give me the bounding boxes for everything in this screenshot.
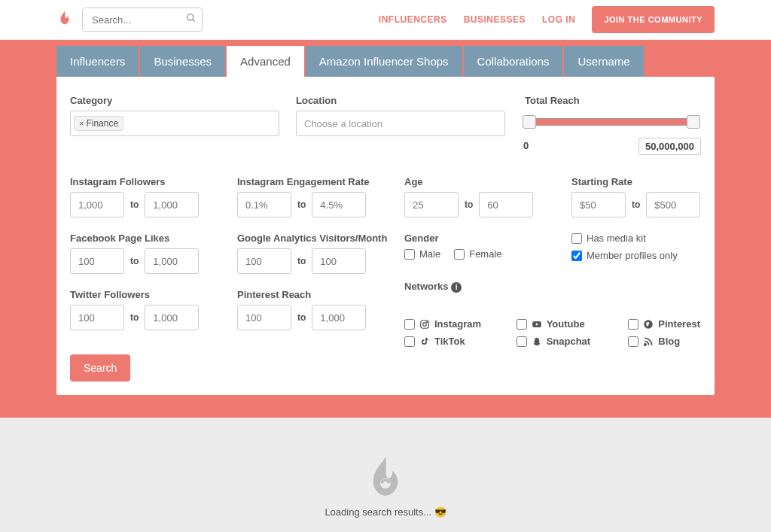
net-tt-checkbox[interactable]	[404, 336, 415, 347]
network-youtube[interactable]: Youtube	[517, 318, 618, 330]
gender-male-checkbox[interactable]	[404, 249, 415, 260]
loading-flame-icon	[364, 455, 407, 500]
tab-advanced[interactable]: Advanced	[227, 46, 304, 77]
ga-visitors-max[interactable]	[312, 248, 366, 274]
rate-max[interactable]	[646, 192, 700, 217]
gender-female-option[interactable]: Female	[454, 248, 501, 260]
fb-likes-min[interactable]	[70, 248, 124, 274]
rss-icon	[643, 336, 654, 347]
svg-point-0	[187, 14, 194, 20]
filter-grid: Instagram Followers to Facebook Page Lik…	[70, 176, 701, 347]
tag-text: Finance	[86, 118, 118, 129]
networks-grid: Instagram Youtube Pinterest TikTok Snapc…	[404, 318, 730, 347]
category-label: Category	[70, 95, 279, 106]
net-text: Blog	[658, 336, 680, 347]
age-max[interactable]	[479, 192, 533, 217]
instagram-icon	[419, 319, 430, 330]
search-input[interactable]	[82, 8, 203, 32]
to-text: to	[632, 199, 640, 210]
advanced-search-panel: Category ×Finance Location Total Reach 0	[56, 77, 715, 395]
nav-login[interactable]: LOG IN	[542, 14, 575, 25]
to-text: to	[297, 199, 306, 210]
youtube-icon	[532, 319, 542, 330]
loading-text: Loading search results... 😎	[0, 506, 771, 518]
info-icon[interactable]: i	[451, 282, 462, 293]
age-min[interactable]	[404, 192, 459, 217]
tiktok-icon	[419, 336, 430, 347]
member-only-option[interactable]: Member profiles only	[571, 250, 730, 261]
reach-max-value: 50,000,000	[638, 138, 701, 155]
ig-followers-max[interactable]	[145, 192, 199, 217]
category-input[interactable]: ×Finance	[70, 111, 279, 136]
instagram-followers-label: Instagram Followers	[70, 176, 228, 187]
twitter-followers-label: Twitter Followers	[70, 289, 228, 300]
member-only-text: Member profiles only	[587, 250, 678, 261]
pinterest-icon	[643, 319, 654, 330]
fb-likes-max[interactable]	[145, 248, 199, 274]
net-pin-checkbox[interactable]	[628, 319, 638, 330]
slider-values: 0 50,000,000	[522, 138, 701, 155]
networks-label: Networks i	[404, 281, 562, 293]
join-community-button[interactable]: JOIN THE COMMUNITY	[592, 6, 715, 33]
has-media-kit-option[interactable]: Has media kit	[571, 233, 730, 244]
to-text: to	[297, 256, 306, 266]
pin-reach-min[interactable]	[237, 305, 291, 330]
header-right: INFLUENCERS BUSINESSES LOG IN JOIN THE C…	[379, 6, 715, 33]
network-snapchat[interactable]: Snapchat	[517, 336, 618, 347]
nav-businesses[interactable]: BUSINESSES	[464, 14, 526, 25]
category-tag-finance[interactable]: ×Finance	[74, 116, 123, 131]
net-text: TikTok	[434, 336, 465, 347]
main-container: Influencers Businesses Advanced Amazon I…	[0, 40, 771, 418]
net-sc-checkbox[interactable]	[517, 336, 527, 347]
search-button[interactable]: Search	[70, 354, 130, 382]
facebook-likes-label: Facebook Page Likes	[70, 233, 228, 244]
to-text: to	[130, 312, 139, 323]
tw-followers-max[interactable]	[145, 305, 199, 330]
gender-male-option[interactable]: Male	[404, 248, 440, 260]
google-analytics-label: Google Analytics Visitors/Month	[237, 233, 395, 244]
tab-amazon-shops[interactable]: Amazon Influencer Shops	[306, 46, 462, 77]
pinterest-reach-label: Pinterest Reach	[237, 289, 395, 300]
age-label: Age	[404, 176, 562, 187]
tab-username[interactable]: Username	[564, 46, 643, 77]
net-text: Instagram	[434, 318, 481, 330]
svg-point-8	[645, 343, 646, 345]
network-pinterest[interactable]: Pinterest	[628, 318, 730, 330]
snapchat-icon	[532, 336, 542, 347]
member-only-checkbox[interactable]	[571, 251, 582, 261]
network-tiktok[interactable]: TikTok	[404, 336, 506, 347]
net-yt-checkbox[interactable]	[517, 319, 527, 330]
ig-engagement-min[interactable]	[237, 192, 291, 217]
tab-businesses[interactable]: Businesses	[140, 46, 225, 77]
svg-point-4	[427, 321, 428, 322]
ga-visitors-min[interactable]	[237, 248, 291, 274]
has-media-kit-checkbox[interactable]	[571, 233, 582, 244]
global-search	[82, 8, 203, 32]
gender-label: Gender	[404, 233, 562, 244]
to-text: to	[297, 312, 306, 323]
slider-handle-min[interactable]	[523, 115, 536, 129]
net-blog-checkbox[interactable]	[628, 336, 638, 347]
ig-engagement-max[interactable]	[312, 192, 366, 217]
location-label: Location	[296, 95, 505, 106]
header-left	[56, 8, 203, 32]
tab-collaborations[interactable]: Collaborations	[464, 46, 563, 77]
rate-min[interactable]	[571, 192, 626, 217]
tw-followers-min[interactable]	[70, 305, 124, 330]
location-input[interactable]	[296, 111, 505, 136]
nav-influencers[interactable]: INFLUENCERS	[379, 14, 447, 25]
tab-influencers[interactable]: Influencers	[56, 46, 139, 77]
net-ig-checkbox[interactable]	[404, 319, 415, 330]
remove-tag-icon[interactable]: ×	[79, 119, 84, 128]
pin-reach-max[interactable]	[312, 305, 366, 330]
total-reach-slider[interactable]	[522, 115, 701, 129]
male-text: Male	[419, 248, 440, 260]
svg-point-3	[423, 322, 427, 326]
gender-female-checkbox[interactable]	[454, 249, 465, 260]
network-blog[interactable]: Blog	[628, 336, 730, 347]
slider-handle-max[interactable]	[687, 115, 700, 129]
ig-followers-min[interactable]	[70, 192, 124, 217]
flame-logo-icon	[56, 8, 73, 31]
network-instagram[interactable]: Instagram	[404, 318, 506, 330]
instagram-engagement-label: Instagram Engagement Rate	[237, 176, 395, 187]
